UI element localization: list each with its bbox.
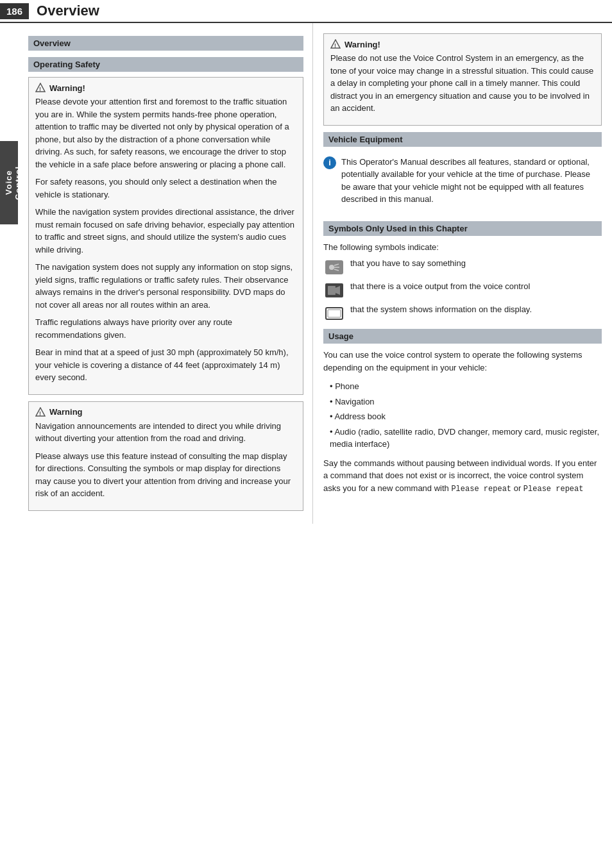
symbol-display-text: that the system shows information on the… bbox=[350, 305, 532, 314]
warning-box-2: ! Warning Navigation announcements are i… bbox=[28, 401, 303, 511]
symbol-speaker-icon bbox=[323, 281, 345, 299]
symbol-row-display: that the system shows information on the… bbox=[323, 305, 602, 322]
vehicle-equipment-header: Vehicle Equipment bbox=[323, 132, 602, 147]
warning2-title-text: Warning bbox=[49, 407, 83, 417]
section-operating-safety-header: Operating Safety bbox=[28, 57, 303, 72]
vehicle-equipment-text: This Operator's Manual describes all fea… bbox=[341, 156, 602, 206]
warning1-title-text: Warning! bbox=[49, 83, 85, 93]
warning-triangle-icon-1: ! bbox=[35, 83, 46, 93]
warning2-para-2: Please always use this feature instead o… bbox=[35, 450, 296, 500]
svg-text:!: ! bbox=[334, 42, 336, 49]
warning-title-2: ! Warning bbox=[35, 407, 296, 417]
symbol-display-icon bbox=[323, 305, 345, 322]
side-label: Voice Control bbox=[0, 141, 18, 224]
speaker-svg bbox=[325, 283, 344, 298]
warning3-text: Please do not use the Voice Control Syst… bbox=[330, 52, 595, 115]
symbols-intro: The following symbols indicate: bbox=[323, 241, 602, 254]
triangle-svg-3: ! bbox=[330, 39, 341, 49]
info-circle-icon: i bbox=[323, 156, 336, 169]
warning2-para-1: Navigation announcements are intended to… bbox=[35, 420, 296, 445]
warning-title-3: ! Warning! bbox=[330, 39, 595, 49]
warning1-para-6: Bear in mind that at a speed of just 30 … bbox=[35, 346, 296, 384]
svg-rect-15 bbox=[328, 310, 341, 317]
usage-bullet-audio: Audio (radio, satellite radio, DVD chang… bbox=[330, 424, 602, 452]
warning1-para-3: While the navigation system provides dir… bbox=[35, 206, 296, 256]
left-column: Overview Operating Safety ! Warning! Ple… bbox=[18, 23, 313, 524]
usage-intro: You can use the voice control system to … bbox=[323, 349, 602, 374]
page-title-header: Overview bbox=[37, 3, 99, 19]
triangle-svg-1: ! bbox=[35, 83, 46, 93]
usage-code1: Please repeat bbox=[451, 485, 511, 494]
top-bar: 186 Overview bbox=[0, 0, 612, 23]
symbol-voice-icon bbox=[323, 258, 345, 276]
warning1-para-5: Traffic regulations always have priority… bbox=[35, 316, 296, 341]
usage-header: Usage bbox=[323, 329, 602, 344]
display-svg bbox=[325, 306, 344, 321]
warning-triangle-icon-2: ! bbox=[35, 407, 46, 417]
usage-outro: Say the commands without pausing between… bbox=[323, 457, 602, 495]
warning3-title-text: Warning! bbox=[344, 40, 380, 49]
symbol-voice-text: that you have to say something bbox=[350, 258, 466, 268]
main-content: Overview Operating Safety ! Warning! Ple… bbox=[18, 23, 612, 524]
warning-title-1: ! Warning! bbox=[35, 83, 296, 93]
svg-rect-12 bbox=[328, 286, 336, 295]
warning1-para-4: The navigation system does not supply an… bbox=[35, 261, 296, 311]
symbols-section-header: Symbols Only Used in this Chapter bbox=[323, 221, 602, 236]
warning-box-3: ! Warning! Please do not use the Voice C… bbox=[323, 33, 602, 126]
usage-bullet-phone: Phone bbox=[330, 379, 602, 394]
vehicle-equipment-info: i This Operator's Manual describes all f… bbox=[323, 152, 602, 215]
right-column: ! Warning! Please do not use the Voice C… bbox=[313, 23, 612, 524]
usage-bullet-address: Address book bbox=[330, 409, 602, 424]
usage-code2: Please repeat bbox=[523, 485, 584, 494]
usage-outro-or: or bbox=[511, 483, 523, 493]
symbol-speaker-text: that there is a voice output from the vo… bbox=[350, 281, 530, 291]
svg-text:!: ! bbox=[39, 86, 41, 92]
usage-bullet-nav: Navigation bbox=[330, 394, 602, 410]
symbol-row-speaker: that there is a voice output from the vo… bbox=[323, 281, 602, 299]
triangle-svg-2: ! bbox=[35, 407, 46, 417]
warning-triangle-icon-3: ! bbox=[330, 39, 341, 49]
symbol-row-voice: that you have to say something bbox=[323, 258, 602, 276]
voice-svg bbox=[325, 260, 344, 275]
usage-bullet-list: Phone Navigation Address book Audio (rad… bbox=[330, 379, 602, 452]
warning1-para-1: Please devote your attention first and f… bbox=[35, 96, 296, 171]
svg-text:!: ! bbox=[39, 410, 41, 417]
warning-box-1: ! Warning! Please devote your attention … bbox=[28, 77, 303, 395]
svg-point-7 bbox=[329, 265, 334, 270]
page-number: 186 bbox=[0, 3, 29, 19]
section-overview-header: Overview bbox=[28, 36, 303, 51]
warning1-para-2: For safety reasons, you should only sele… bbox=[35, 176, 296, 201]
